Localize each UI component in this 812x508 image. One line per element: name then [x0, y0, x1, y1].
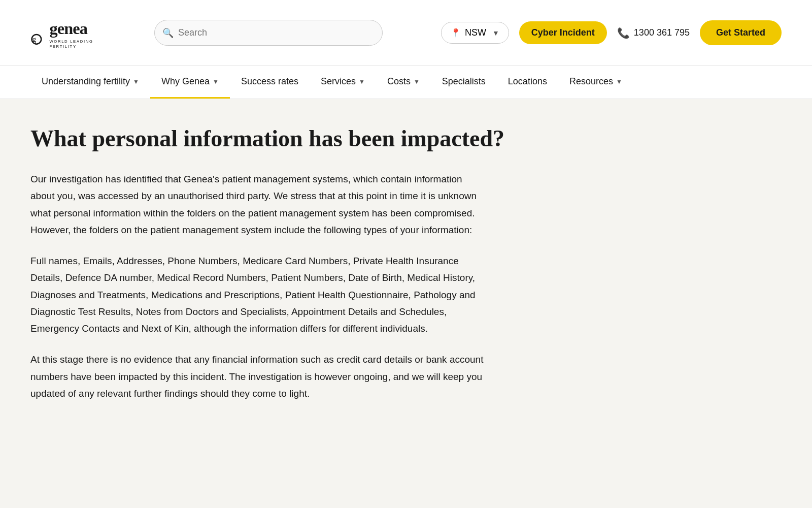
- paragraph-1: Our investigation has identified that Ge…: [30, 171, 487, 238]
- nav-label: Resources: [569, 76, 613, 87]
- location-selector[interactable]: 📍 NSW ▼: [441, 22, 509, 44]
- nav-label: Locations: [508, 76, 547, 87]
- logo[interactable]: genea g WORLD LEADING FERTILITY: [30, 15, 122, 51]
- header: genea g WORLD LEADING FERTILITY 🔍 📍 NSW …: [0, 0, 812, 66]
- phone-number: 1300 361 795: [634, 27, 690, 38]
- nav-label: Success rates: [241, 76, 298, 87]
- paragraph-3: At this stage there is no evidence that …: [30, 351, 487, 402]
- get-started-button[interactable]: Get Started: [700, 20, 782, 45]
- nav-label: Costs: [387, 76, 411, 87]
- page-heading: What personal information has been impac…: [30, 124, 680, 152]
- svg-text:FERTILITY: FERTILITY: [49, 44, 76, 49]
- search-icon: 🔍: [162, 27, 174, 39]
- nav-label: Understanding fertility: [42, 76, 130, 87]
- svg-text:genea: genea: [49, 19, 87, 38]
- svg-text:WORLD LEADING: WORLD LEADING: [49, 39, 93, 44]
- nav-item-understanding-fertility[interactable]: Understanding fertility ▼: [30, 66, 150, 99]
- nav-item-success-rates[interactable]: Success rates: [230, 66, 310, 99]
- phone-area: 📞 1300 361 795: [617, 27, 690, 39]
- main-content: What personal information has been impac…: [0, 99, 710, 447]
- svg-text:g: g: [32, 35, 36, 43]
- nav-label: Specialists: [442, 76, 486, 87]
- nav-item-services[interactable]: Services ▼: [310, 66, 376, 99]
- search-bar: 🔍: [154, 20, 383, 46]
- chevron-down-icon: ▼: [616, 78, 622, 85]
- location-pin-icon: 📍: [451, 28, 461, 38]
- chevron-down-icon: ▼: [492, 29, 499, 37]
- chevron-down-icon: ▼: [213, 78, 219, 85]
- chevron-down-icon: ▼: [133, 78, 139, 85]
- phone-icon: 📞: [617, 27, 630, 39]
- nav-item-specialists[interactable]: Specialists: [431, 66, 497, 99]
- header-right: 📍 NSW ▼ Cyber Incident 📞 1300 361 795 Ge…: [441, 20, 782, 45]
- logo-svg: genea g WORLD LEADING FERTILITY: [30, 15, 117, 51]
- cyber-incident-button[interactable]: Cyber Incident: [519, 21, 607, 44]
- nav-item-locations[interactable]: Locations: [497, 66, 558, 99]
- location-value: NSW: [465, 27, 486, 38]
- nav-label: Services: [321, 76, 356, 87]
- nav-label: Why Genea: [161, 76, 210, 87]
- nav-item-why-genea[interactable]: Why Genea ▼: [150, 66, 230, 99]
- main-nav: Understanding fertility ▼ Why Genea ▼ Su…: [0, 66, 812, 99]
- chevron-down-icon: ▼: [359, 78, 365, 85]
- paragraph-2: Full names, Emails, Addresses, Phone Num…: [30, 252, 487, 337]
- nav-item-resources[interactable]: Resources ▼: [558, 66, 633, 99]
- search-input[interactable]: [154, 20, 383, 46]
- nav-item-costs[interactable]: Costs ▼: [376, 66, 431, 99]
- chevron-down-icon: ▼: [414, 78, 420, 85]
